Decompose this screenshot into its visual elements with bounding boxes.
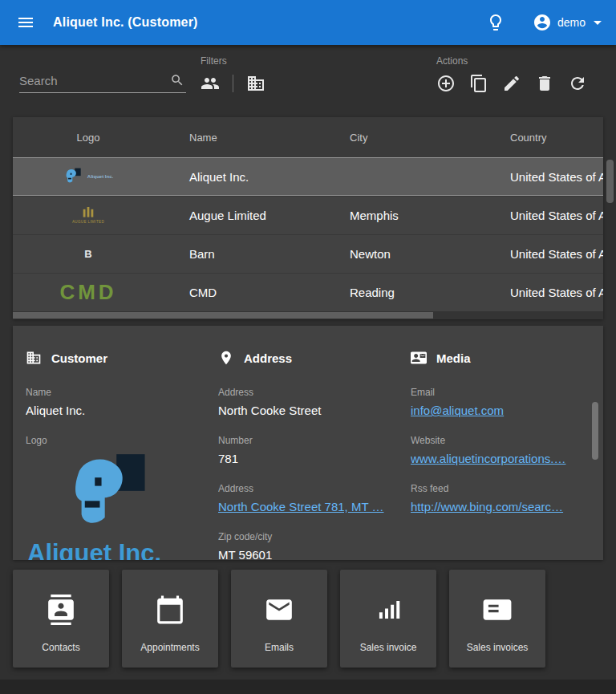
rss-link[interactable]: http://www.bing.com/searc…	[411, 499, 563, 515]
table-row-aliquet[interactable]: Aliquet Inc. Aliquet Inc. United States …	[13, 157, 603, 196]
cell-city: Reading	[324, 286, 484, 299]
email-link[interactable]: info@aliquet.com	[411, 403, 504, 419]
column-header-country[interactable]: Country	[484, 132, 603, 144]
logo-cell: B	[13, 248, 164, 260]
email-icon	[264, 595, 294, 625]
field-number: Number 781	[218, 435, 411, 467]
cell-country: United States of America	[484, 247, 603, 261]
field-street: Address North Cooke Street	[218, 387, 411, 419]
field-logo: Logo Aliquet Inc.	[26, 435, 218, 560]
contacts-icon	[46, 595, 76, 625]
actions-label: Actions	[436, 56, 587, 66]
cell-name: Barn	[164, 247, 324, 261]
app-bar: Aliquet Inc. (Customer) demo	[0, 0, 616, 45]
customer-section-title: Customer	[26, 350, 218, 366]
column-header-logo[interactable]: Logo	[13, 132, 164, 144]
delete-icon[interactable]	[535, 74, 554, 93]
horizontal-scrollbar[interactable]	[13, 311, 603, 319]
aliquet-logo: Aliquet Inc.	[63, 167, 113, 186]
chevron-down-icon	[594, 21, 602, 25]
page-title: Aliquet Inc. (Customer)	[53, 15, 486, 30]
emails-card[interactable]: Emails	[231, 570, 327, 668]
search-input[interactable]	[19, 71, 186, 93]
section-title-text: Media	[436, 351, 471, 365]
vertical-scrollbar-thumb[interactable]	[606, 160, 614, 203]
cell-country: United States of America	[484, 170, 603, 184]
account-icon	[533, 13, 552, 32]
cmd-logo: CMD	[59, 280, 116, 305]
logo-cell: CMD	[13, 280, 164, 305]
barn-logo: B	[84, 248, 91, 260]
detail-scrollbar-thumb[interactable]	[592, 402, 598, 460]
cell-name: Aliquet Inc.	[164, 170, 324, 184]
logo-cell: AUGUE LIMITED	[13, 207, 164, 224]
user-menu[interactable]: demo	[533, 13, 602, 32]
horizontal-scrollbar-thumb[interactable]	[13, 312, 433, 319]
invoice-list-icon	[482, 595, 513, 625]
aliquet-logo-large: Aliquet Inc.	[26, 451, 205, 560]
bar-chart-icon	[373, 595, 403, 625]
website-link[interactable]: www.aliquetincorporations.…	[411, 451, 565, 467]
media-section: Media Email info@aliquet.com Website www…	[411, 350, 603, 560]
table-header: Logo Name City Country	[13, 117, 603, 157]
cell-country: United States of America	[484, 209, 603, 222]
cell-city: Newton	[324, 247, 484, 261]
edit-icon[interactable]	[502, 74, 521, 93]
user-name: demo	[557, 16, 586, 29]
field-rss: Rss feed http://www.bing.com/searc…	[411, 483, 603, 515]
field-name: Name Aliquet Inc.	[26, 387, 218, 419]
contact-mail-icon	[411, 350, 427, 366]
filters-group: Filters	[201, 56, 265, 93]
sales-invoice-card[interactable]: Sales invoice	[340, 570, 436, 668]
copy-icon[interactable]	[469, 74, 488, 93]
add-icon[interactable]	[436, 74, 456, 93]
companies-filter-icon[interactable]	[246, 74, 265, 93]
address-section-title: Address	[218, 350, 411, 366]
bottom-strip	[0, 680, 616, 694]
table-row-augue[interactable]: AUGUE LIMITED Augue Limited Memphis Unit…	[13, 196, 603, 234]
sales-invoices-card[interactable]: Sales invoices	[449, 570, 545, 668]
contacts-filter-icon[interactable]	[201, 74, 220, 93]
aliquet-logo-caption: Aliquet Inc.	[27, 539, 205, 560]
search-icon[interactable]	[170, 73, 184, 87]
cell-name: Augue Limited	[164, 209, 324, 222]
related-cards-row: Contacts Appointments Emails Sales invoi…	[13, 570, 603, 668]
section-title-text: Customer	[51, 351, 107, 365]
appointments-card[interactable]: Appointments	[122, 570, 218, 668]
address-section: Address Address North Cooke Street Numbe…	[218, 350, 411, 560]
field-email: Email info@aliquet.com	[411, 387, 603, 419]
column-header-city[interactable]: City	[324, 132, 484, 144]
calendar-icon	[155, 595, 185, 625]
filters-label: Filters	[201, 56, 265, 66]
place-pin-icon	[218, 350, 234, 366]
lightbulb-icon[interactable]	[486, 13, 505, 32]
refresh-icon[interactable]	[568, 74, 587, 93]
customers-table: Logo Name City Country Aliquet Inc. Aliq…	[13, 117, 603, 319]
cell-name: CMD	[164, 286, 324, 299]
search-field	[19, 71, 186, 93]
detail-panel: Customer Name Aliquet Inc. Logo Aliquet …	[13, 326, 603, 560]
logo-cell: Aliquet Inc.	[13, 167, 164, 186]
cell-city: Memphis	[324, 209, 484, 222]
section-title-text: Address	[244, 351, 292, 365]
field-full-address: Address North Cooke Street 781, MT …	[218, 483, 411, 515]
menu-icon[interactable]	[16, 13, 35, 32]
column-header-name[interactable]: Name	[164, 132, 324, 144]
field-zip: Zip code/city MT 59601	[218, 531, 411, 560]
contacts-card[interactable]: Contacts	[13, 570, 109, 668]
augue-logo: AUGUE LIMITED	[72, 207, 104, 224]
company-icon	[26, 350, 42, 366]
customer-section: Customer Name Aliquet Inc. Logo Aliquet …	[26, 350, 218, 560]
actions-group: Actions	[436, 56, 587, 93]
table-row-barn[interactable]: B Barn Newton United States of America	[13, 234, 603, 273]
table-row-cmd[interactable]: CMD CMD Reading United States of America	[13, 273, 603, 311]
media-section-title: Media	[411, 350, 603, 366]
cell-country: United States of America	[484, 286, 603, 299]
address-link[interactable]: North Cooke Street 781, MT …	[218, 499, 383, 515]
field-website: Website www.aliquetincorporations.…	[411, 435, 603, 467]
toolbar: Filters Actions	[0, 45, 616, 99]
divider	[233, 75, 233, 92]
